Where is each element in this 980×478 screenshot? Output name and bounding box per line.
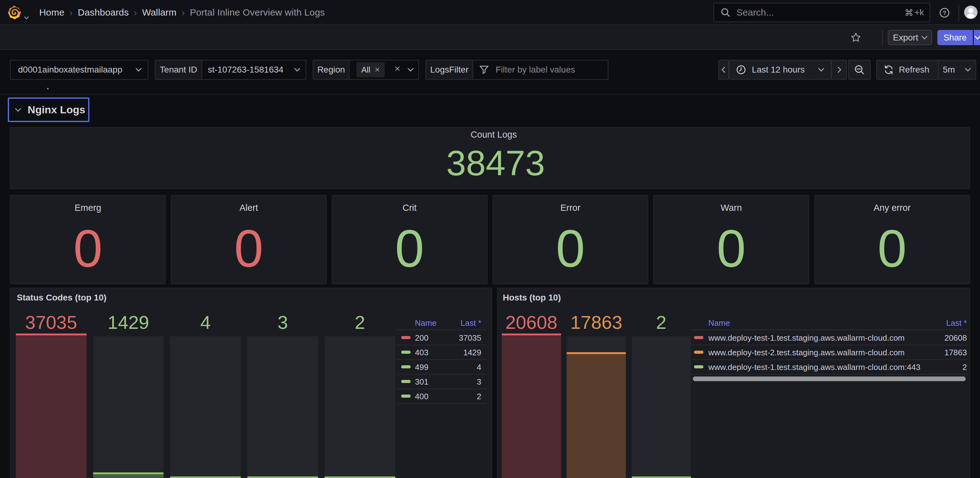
svg-text:?: ? — [943, 10, 947, 16]
